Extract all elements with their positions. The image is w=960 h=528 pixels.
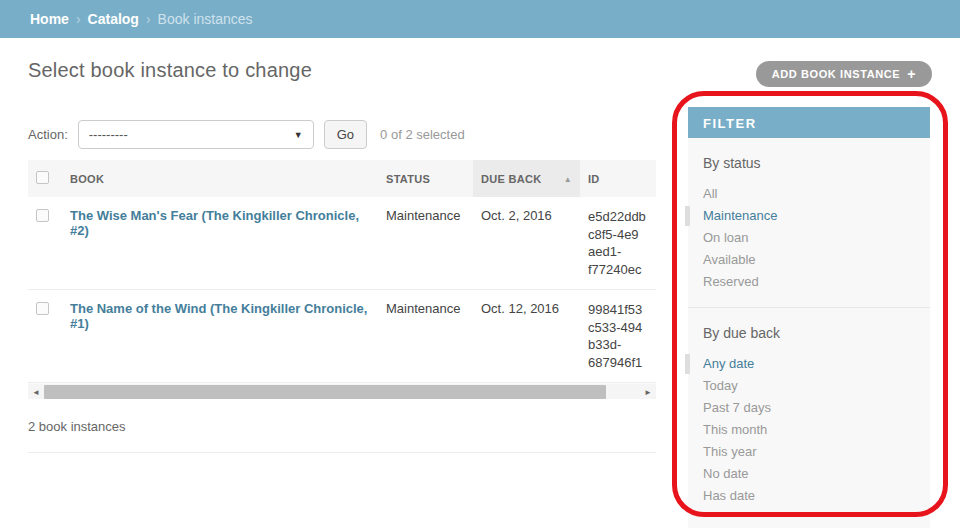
filter-option-reserved[interactable]: Reserved: [688, 271, 930, 293]
action-select[interactable]: --------- ▼: [78, 120, 314, 149]
filter-panel-body: By status All Maintenance On loan Availa…: [688, 138, 930, 528]
filter-option-has-date[interactable]: Has date: [688, 485, 930, 507]
actions-bar: Action: --------- ▼ Go 0 of 2 selected: [28, 120, 656, 149]
filter-list-by-status: All Maintenance On loan Available Reserv…: [688, 183, 930, 308]
id-line: 687946f1: [588, 354, 648, 372]
column-header-id[interactable]: ID: [580, 160, 656, 197]
table-row: The Name of the Wind (The Kingkiller Chr…: [28, 290, 656, 383]
select-all-header: [28, 160, 62, 197]
column-header-book[interactable]: BOOK: [62, 160, 378, 197]
status-cell: Maintenance: [378, 290, 473, 383]
result-count: 2 book instances: [28, 419, 656, 434]
title-row: Select book instance to change ADD BOOK …: [28, 59, 932, 87]
row-checkbox-cell: [28, 290, 62, 383]
breadcrumb-separator: ›: [146, 11, 151, 27]
column-header-due-back[interactable]: DUE BACK ▲: [473, 160, 580, 197]
changelist: Action: --------- ▼ Go 0 of 2 selected B…: [28, 107, 656, 528]
filter-option-no-date[interactable]: No date: [688, 463, 930, 485]
filter-option-today[interactable]: Today: [688, 375, 930, 397]
filter-panel-title: FILTER: [688, 107, 930, 138]
filter-option-available[interactable]: Available: [688, 249, 930, 271]
breadcrumb: Home › Catalog › Book instances: [0, 0, 960, 38]
table-header-row: BOOK STATUS DUE BACK ▲ ID: [28, 160, 656, 197]
column-header-due-back-label: DUE BACK: [481, 173, 541, 185]
filter-option-this-year[interactable]: This year: [688, 441, 930, 463]
scrollbar-thumb[interactable]: [44, 385, 606, 399]
filter-option-maintenance[interactable]: Maintenance: [688, 205, 930, 227]
select-all-checkbox[interactable]: [36, 171, 49, 184]
due-back-cell: Oct. 12, 2016: [473, 290, 580, 383]
horizontal-scrollbar[interactable]: ◄ ►: [28, 383, 656, 399]
filter-option-all[interactable]: All: [688, 183, 930, 205]
selection-status: 0 of 2 selected: [380, 127, 465, 142]
bottom-divider: [28, 452, 656, 453]
book-cell: The Name of the Wind (The Kingkiller Chr…: [62, 290, 378, 383]
id-line: aed1-: [588, 243, 648, 261]
table-row: The Wise Man's Fear (The Kingkiller Chro…: [28, 197, 656, 290]
add-book-instance-button[interactable]: ADD BOOK INSTANCE +: [756, 61, 932, 87]
book-cell: The Wise Man's Fear (The Kingkiller Chro…: [62, 197, 378, 290]
id-line: c8f5-4e9: [588, 226, 648, 244]
id-cell: 99841f53 c533-494 b33d- 687946f1: [580, 290, 656, 383]
row-checkbox[interactable]: [36, 302, 49, 315]
add-button-label: ADD BOOK INSTANCE: [772, 68, 901, 80]
filter-option-on-loan[interactable]: On loan: [688, 227, 930, 249]
id-line: f77240ec: [588, 261, 648, 279]
id-line: e5d22ddb: [588, 208, 648, 226]
action-select-value: ---------: [89, 127, 128, 142]
filter-option-past-7-days[interactable]: Past 7 days: [688, 397, 930, 419]
status-cell: Maintenance: [378, 197, 473, 290]
breadcrumb-home-link[interactable]: Home: [30, 11, 69, 27]
filter-panel: FILTER By status All Maintenance On loan…: [688, 107, 930, 528]
go-button[interactable]: Go: [324, 120, 367, 149]
plus-icon: +: [907, 69, 916, 79]
book-link[interactable]: The Name of the Wind (The Kingkiller Chr…: [70, 301, 367, 331]
row-checkbox[interactable]: [36, 209, 49, 222]
filter-option-this-month[interactable]: This month: [688, 419, 930, 441]
scroll-right-arrow-icon[interactable]: ►: [640, 384, 656, 400]
id-line: c533-494: [588, 319, 648, 337]
book-instance-table: BOOK STATUS DUE BACK ▲ ID The Wise Man's…: [28, 160, 656, 383]
book-link[interactable]: The Wise Man's Fear (The Kingkiller Chro…: [70, 208, 359, 238]
breadcrumb-current-page: Book instances: [158, 11, 253, 27]
id-cell: e5d22ddb c8f5-4e9 aed1- f77240ec: [580, 197, 656, 290]
filter-heading-by-due-back: By due back: [688, 308, 930, 347]
row-checkbox-cell: [28, 197, 62, 290]
filter-list-by-due-back: Any date Today Past 7 days This month Th…: [688, 353, 930, 521]
scroll-left-arrow-icon[interactable]: ◄: [28, 384, 44, 400]
page-title: Select book instance to change: [28, 59, 312, 82]
chevron-down-icon: ▼: [294, 130, 303, 140]
action-label: Action:: [28, 127, 68, 142]
due-back-cell: Oct. 2, 2016: [473, 197, 580, 290]
id-line: b33d-: [588, 336, 648, 354]
breadcrumb-separator: ›: [76, 11, 81, 27]
filter-heading-by-status: By status: [688, 138, 930, 177]
id-line: 99841f53: [588, 301, 648, 319]
filter-option-any-date[interactable]: Any date: [688, 353, 930, 375]
sort-ascending-icon[interactable]: ▲: [564, 175, 572, 184]
breadcrumb-catalog-link[interactable]: Catalog: [88, 11, 139, 27]
column-header-status[interactable]: STATUS: [378, 160, 473, 197]
